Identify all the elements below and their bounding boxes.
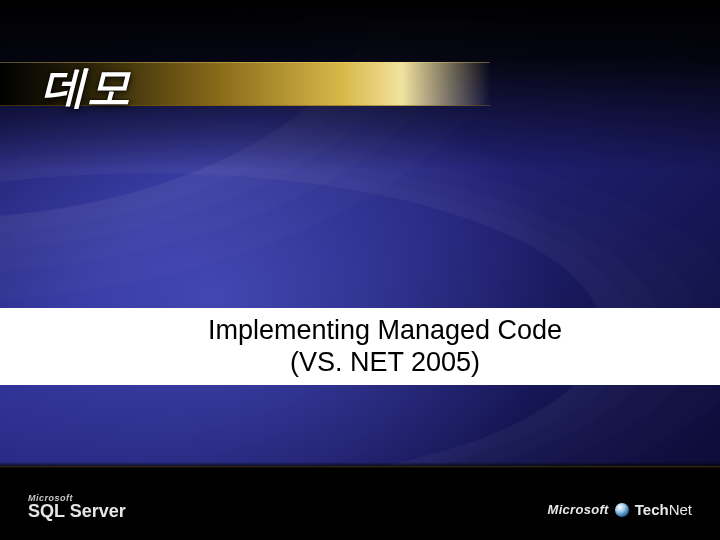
slide: 데모 Implementing Managed Code (VS. NET 20…	[0, 0, 720, 540]
globe-icon	[615, 503, 629, 517]
microsoft-wordmark: Microsoft	[548, 502, 609, 517]
technet-light: Net	[669, 501, 692, 518]
slide-title: 데모	[42, 58, 132, 117]
body-line-2: (VS. NET 2005)	[290, 347, 480, 377]
technet-logo: Microsoft TechNet	[548, 501, 692, 518]
sql-server-logo: Microsoft SQL Server	[28, 493, 126, 522]
slide-body: Implementing Managed Code (VS. NET 2005)	[0, 308, 720, 385]
sql-server-wordmark: SQL Server	[28, 501, 126, 522]
body-line-1: Implementing Managed Code	[208, 315, 562, 345]
technet-bold: Tech	[635, 501, 669, 518]
technet-wordmark: TechNet	[635, 501, 692, 518]
footer-bar: Microsoft SQL Server Microsoft TechNet	[0, 466, 720, 540]
